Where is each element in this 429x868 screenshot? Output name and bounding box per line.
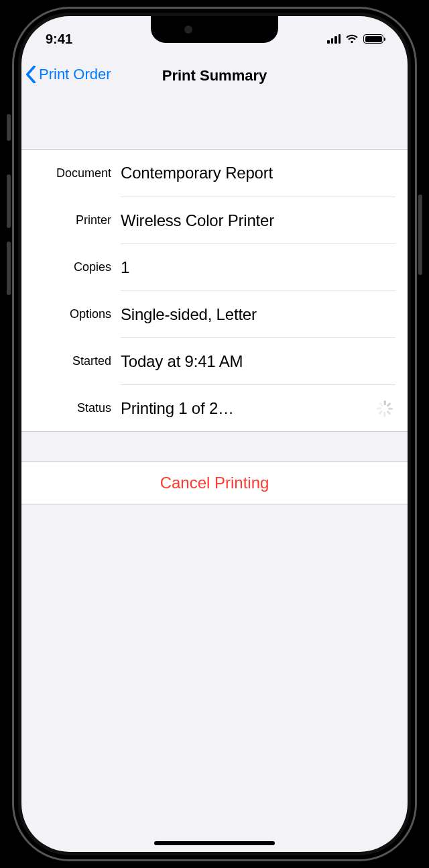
cancel-label: Cancel Printing: [160, 474, 269, 492]
value-copies: 1: [121, 258, 129, 277]
page-title: Print Summary: [21, 67, 408, 85]
wifi-icon: [345, 34, 359, 44]
value-status: Printing 1 of 2…: [121, 399, 234, 418]
value-document: Contemporary Report: [121, 164, 273, 182]
value-started: Today at 9:41 AM: [121, 352, 243, 371]
battery-icon: [363, 34, 383, 44]
phone-frame: 9:41 Print Order Print Summary Document: [12, 7, 417, 861]
row-copies: Copies 1: [21, 243, 408, 290]
cellular-icon: [327, 34, 341, 44]
screen: 9:41 Print Order Print Summary Document: [21, 16, 408, 852]
label-document: Document: [21, 166, 121, 180]
row-started: Started Today at 9:41 AM: [21, 337, 408, 384]
label-status: Status: [21, 401, 121, 415]
volume-up-button: [7, 174, 11, 228]
value-printer: Wireless Color Printer: [121, 211, 274, 230]
spinner-icon: [377, 400, 393, 417]
home-indicator[interactable]: [154, 841, 275, 845]
print-details-group: Document Contemporary Report Printer Wir…: [21, 149, 408, 432]
value-options: Single-sided, Letter: [121, 305, 257, 324]
label-copies: Copies: [21, 260, 121, 274]
status-time: 9:41: [46, 32, 72, 47]
notch: [151, 16, 278, 43]
silent-switch: [7, 114, 11, 141]
cancel-group: Cancel Printing: [21, 462, 408, 504]
label-started: Started: [21, 354, 121, 368]
label-options: Options: [21, 307, 121, 321]
row-options: Options Single-sided, Letter: [21, 290, 408, 337]
cancel-printing-button[interactable]: Cancel Printing: [21, 462, 408, 504]
row-document: Document Contemporary Report: [21, 150, 408, 197]
label-printer: Printer: [21, 213, 121, 227]
row-printer: Printer Wireless Color Printer: [21, 197, 408, 243]
nav-bar: Print Order Print Summary: [21, 55, 408, 111]
volume-down-button: [7, 241, 11, 295]
power-button: [418, 195, 422, 275]
status-indicators: [327, 34, 383, 44]
row-status: Status Printing 1 of 2…: [21, 384, 408, 431]
